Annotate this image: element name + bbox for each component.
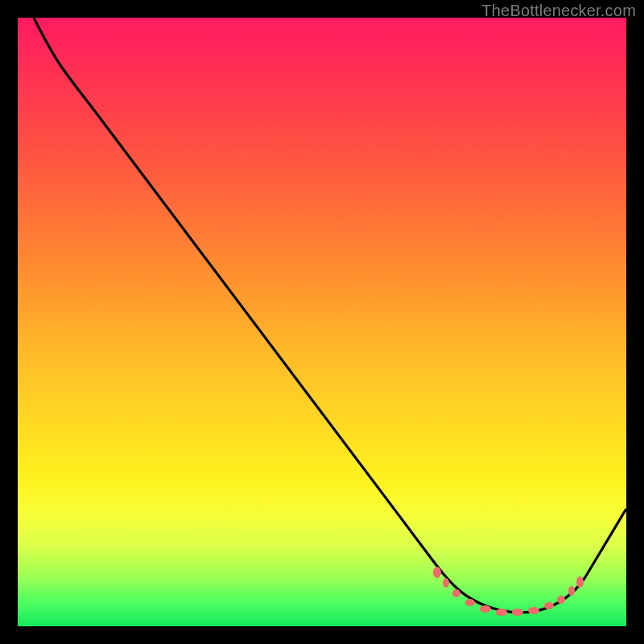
plot-area xyxy=(18,18,626,626)
bottleneck-curve xyxy=(18,18,626,626)
chart-stage: TheBottlenecker.com xyxy=(0,0,644,644)
curve-path xyxy=(34,18,626,613)
